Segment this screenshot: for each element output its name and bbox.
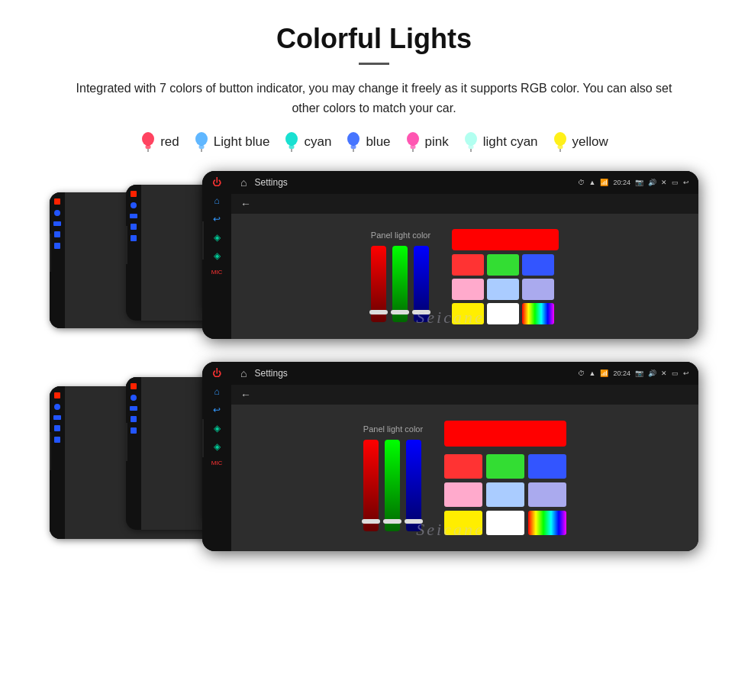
palette-grid-bottom xyxy=(444,454,566,535)
main-sidebar: ⏻ ⌂ ↩ ◈ ◈ MIC xyxy=(202,171,231,339)
palette-cell-green[interactable] xyxy=(487,254,519,276)
s-icon-home-2 xyxy=(131,202,137,208)
svg-point-15 xyxy=(465,132,477,146)
palette-cell-blue[interactable] xyxy=(522,254,554,276)
main-topbar-bottom: ⌂ Settings ⏱ ▲ 📶 20:24 📷 🔊 ✕ ▭ xyxy=(231,362,698,385)
back-arrow-icon-b[interactable]: ← xyxy=(240,389,251,401)
topbar-clock-icon-b: ⏱ xyxy=(578,369,585,377)
topbar-x-icon: ✕ xyxy=(661,179,667,186)
palette-cell-white[interactable] xyxy=(487,303,519,324)
color-item-cyan: cyan xyxy=(283,131,331,153)
s-icon-power-b1 xyxy=(54,392,60,398)
palette-cell-pink[interactable] xyxy=(452,279,484,300)
palette-cell-white-b[interactable] xyxy=(486,511,524,535)
main-screen-area-bottom: ⌂ Settings ⏱ ▲ 📶 20:24 📷 🔊 ✕ ▭ xyxy=(231,362,698,551)
back-arrow-icon[interactable]: ← xyxy=(240,198,251,210)
topbar-back-icon[interactable]: ↩ xyxy=(683,179,689,186)
color-preview-bar-b xyxy=(444,421,566,447)
svg-rect-16 xyxy=(468,145,473,149)
main-bump-left-b xyxy=(202,419,204,457)
palette-cell-rainbow[interactable] xyxy=(522,303,554,324)
sidebar-home-icon: ⌂ xyxy=(214,195,219,206)
palette-cell-lightblue[interactable] xyxy=(487,279,519,300)
color-palette-section xyxy=(452,229,559,324)
svg-point-12 xyxy=(407,132,419,146)
palette-cell-lavender[interactable] xyxy=(522,279,554,300)
top-device-section: ⏻ ⌂ ↩ ◈ ◈ MIC ⌂ Settings xyxy=(31,171,717,347)
topbar-vol-icon-b: 🔊 xyxy=(648,369,656,377)
description-text: Integrated with 7 colors of button indic… xyxy=(61,79,687,118)
s-icon-back-2 xyxy=(130,214,137,218)
sidebar-home-icon-b: ⌂ xyxy=(214,386,219,397)
palette-cell-red-b[interactable] xyxy=(444,454,482,479)
sidebar-power-icon: ⏻ xyxy=(212,177,221,188)
rgb-sliders-bottom xyxy=(363,440,421,531)
bump-left-1 xyxy=(50,234,51,272)
palette-cell-yellow[interactable] xyxy=(452,303,484,324)
sidebar-vol2-icon-b: ◈ xyxy=(214,441,221,452)
bulb-icon-pink xyxy=(405,131,421,153)
main-content: Panel light color xyxy=(231,214,698,339)
s-icon-back-1 xyxy=(53,221,61,226)
palette-cell-lavender-b[interactable] xyxy=(528,482,566,507)
page-title: Colorful Lights xyxy=(31,23,717,55)
s-icon-home-b1 xyxy=(54,404,60,410)
blue-slider[interactable] xyxy=(414,246,429,322)
green-slider[interactable] xyxy=(392,246,408,322)
top-device-frame: ⏻ ⌂ ↩ ◈ ◈ MIC ⌂ Settings xyxy=(42,171,706,347)
main-content-bottom: Panel light color xyxy=(231,405,698,551)
small-sidebar-1 xyxy=(50,192,65,328)
palette-cell-green-b[interactable] xyxy=(486,454,524,479)
bulb-icon-lightblue xyxy=(193,131,210,153)
color-label-lightcyan: light cyan xyxy=(483,134,538,150)
color-item-lightcyan: light cyan xyxy=(463,131,538,153)
blue-slider-b[interactable] xyxy=(406,440,421,531)
red-slider-b[interactable] xyxy=(363,440,379,531)
sidebar-back-icon-b: ↩ xyxy=(213,405,221,415)
color-item-red: red xyxy=(140,131,179,153)
svg-rect-1 xyxy=(146,145,151,149)
main-screen-area: ⌂ Settings ⏱ ▲ 📶 20:24 📷 🔊 ✕ ▭ xyxy=(231,171,698,339)
svg-point-9 xyxy=(347,132,359,146)
palette-cell-pink-b[interactable] xyxy=(444,482,482,507)
svg-rect-4 xyxy=(198,145,204,149)
topbar-back-icon-b[interactable]: ↩ xyxy=(683,369,689,377)
palette-cell-yellow-b[interactable] xyxy=(444,511,482,535)
palette-cell-rainbow-b[interactable] xyxy=(528,511,566,535)
bottom-device-section: ⏻ ⌂ ↩ ◈ ◈ MIC ⌂ Settings ⏱ ▲ xyxy=(31,362,717,556)
color-label-lightblue: Light blue xyxy=(214,134,270,150)
svg-point-18 xyxy=(554,132,566,146)
green-slider-b[interactable] xyxy=(385,440,400,531)
main-device-inner: ⏻ ⌂ ↩ ◈ ◈ MIC ⌂ Settings xyxy=(202,171,698,339)
topbar-right-icons-b: ⏱ ▲ 📶 20:24 📷 🔊 ✕ ▭ ↩ xyxy=(578,369,689,377)
small-sidebar-b1 xyxy=(50,386,65,539)
small-sidebar-2 xyxy=(126,185,141,321)
blue-slider-handle xyxy=(412,310,430,315)
palette-cell-lightblue-b[interactable] xyxy=(486,482,524,507)
red-slider-handle-b xyxy=(362,519,380,524)
main-topbar: ⌂ Settings ⏱ ▲ 📶 20:24 📷 🔊 ✕ ▭ xyxy=(231,171,698,194)
nav-back-bar-bottom: ← xyxy=(231,385,698,405)
palette-cell-red[interactable] xyxy=(452,254,484,276)
topbar-settings-title: Settings xyxy=(254,177,569,188)
s-icon-vol-1 xyxy=(54,231,60,237)
topbar-home-icon: ⌂ xyxy=(240,176,247,189)
color-label-yellow: yellow xyxy=(572,134,608,150)
panel-color-label: Panel light color xyxy=(371,231,430,240)
s-icon-vol-b1 xyxy=(54,425,60,431)
topbar-cam-icon: 📷 xyxy=(635,179,643,186)
color-label-red: red xyxy=(160,134,179,150)
main-sidebar-bottom: ⏻ ⌂ ↩ ◈ ◈ MIC xyxy=(202,362,231,551)
bulb-icon-lightcyan xyxy=(463,131,479,153)
topbar-home-icon-b: ⌂ xyxy=(240,367,247,379)
palette-grid xyxy=(452,254,559,324)
topbar-signal-icon-b: ▲ xyxy=(589,369,596,377)
bump-left-b2 xyxy=(126,423,127,461)
color-label-pink: pink xyxy=(425,134,449,150)
svg-rect-7 xyxy=(289,145,295,149)
red-slider-handle xyxy=(369,310,388,315)
palette-cell-blue-b[interactable] xyxy=(528,454,566,479)
bottom-device-frame: ⏻ ⌂ ↩ ◈ ◈ MIC ⌂ Settings ⏱ ▲ xyxy=(42,362,706,556)
rgb-sliders xyxy=(371,246,429,322)
red-slider[interactable] xyxy=(371,246,386,322)
